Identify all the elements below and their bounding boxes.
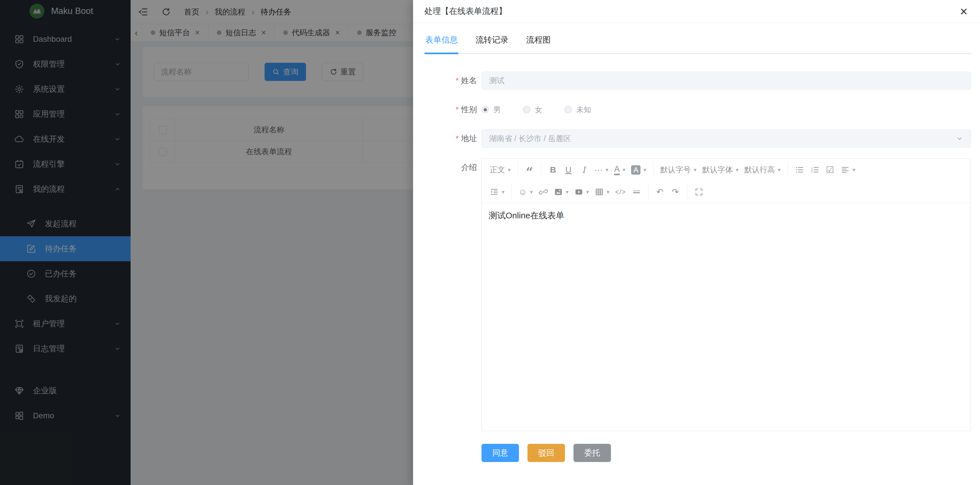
name-label: 姓名 — [425, 72, 482, 90]
indent-dropdown[interactable] — [487, 184, 508, 200]
form-row-name: 姓名 — [425, 72, 971, 90]
address-label: 地址 — [425, 129, 482, 148]
drawer-title: 处理【在线表单流程】 — [425, 6, 507, 17]
numbered-list-button[interactable]: 123 — [807, 162, 822, 178]
rich-text-editor: 正文 “ B U I ··· A A 默认字号 默认字体 — [482, 159, 971, 431]
more-styles-dropdown[interactable]: ··· — [591, 162, 611, 178]
code-block-button[interactable]: </> — [612, 184, 629, 200]
tab-flow-records[interactable]: 流转记录 — [475, 33, 509, 53]
emoji-dropdown[interactable]: ☺ — [515, 184, 536, 200]
radio-circle-icon — [523, 106, 530, 113]
redo-icon: ↷ — [672, 187, 679, 197]
link-button[interactable] — [536, 184, 551, 200]
fullscreen-button[interactable] — [691, 184, 706, 200]
radio-circle-icon — [482, 106, 489, 113]
process-drawer: 处理【在线表单流程】 × 表单信息 流转记录 流程图 姓名 性别 男 — [413, 0, 980, 485]
align-dropdown[interactable] — [838, 162, 858, 178]
name-field[interactable] — [482, 72, 971, 90]
drawer-tabs: 表单信息 流转记录 流程图 — [425, 33, 971, 54]
bold-button[interactable]: B — [546, 162, 561, 178]
editor-toolbar-row1: 正文 “ B U I ··· A A 默认字号 默认字体 — [482, 159, 970, 181]
radio-label: 女 — [535, 105, 542, 115]
radio-male[interactable]: 男 — [482, 105, 501, 115]
radio-female[interactable]: 女 — [523, 105, 542, 115]
table-icon — [595, 188, 604, 197]
toolbar-divider — [511, 184, 512, 200]
process-form: 姓名 性别 男 女 — [425, 72, 971, 431]
intro-label: 介绍 — [425, 159, 482, 431]
video-dropdown[interactable] — [571, 184, 592, 200]
video-icon — [574, 188, 584, 197]
editor-toolbar-row2: ☺ — [482, 181, 970, 203]
undo-icon: ↶ — [656, 187, 663, 197]
radio-unknown[interactable]: 未知 — [565, 105, 591, 115]
form-row-intro: 介绍 正文 “ B U I ··· A A — [425, 159, 971, 431]
numbered-list-icon: 123 — [810, 165, 819, 174]
todo-list-button[interactable]: ☑ — [822, 162, 838, 178]
font-color-icon: A — [614, 165, 620, 175]
image-icon — [554, 188, 563, 197]
toolbar-divider — [541, 162, 541, 178]
font-color-dropdown[interactable]: A — [611, 162, 628, 178]
italic-button[interactable]: I — [576, 162, 591, 178]
bg-color-icon: A — [631, 165, 641, 175]
drawer-body: 表单信息 流转记录 流程图 姓名 性别 男 — [413, 23, 980, 462]
italic-icon: I — [582, 165, 585, 175]
drawer-header: 处理【在线表单流程】 × — [413, 0, 980, 23]
divider-button[interactable] — [629, 184, 644, 200]
fullscreen-icon — [694, 188, 703, 197]
radio-label: 男 — [493, 105, 501, 115]
more-icon: ··· — [594, 165, 603, 175]
form-row-address: 地址 湖南省 / 长沙市 / 岳麓区 — [425, 129, 971, 148]
approve-button[interactable]: 同意 — [482, 444, 519, 462]
image-dropdown[interactable] — [551, 184, 571, 200]
horizontal-rule-icon — [632, 188, 641, 197]
tab-flow-diagram[interactable]: 流程图 — [525, 33, 551, 53]
bold-icon: B — [550, 165, 556, 175]
toolbar-divider — [687, 184, 687, 200]
undo-button[interactable]: ↶ — [652, 184, 668, 200]
chevron-down-icon — [956, 135, 963, 142]
link-icon — [539, 188, 548, 197]
gender-radio-group: 男 女 未知 — [482, 100, 971, 119]
align-icon — [841, 165, 850, 174]
table-dropdown[interactable] — [592, 184, 612, 200]
gender-label: 性别 — [425, 100, 482, 119]
address-value: 湖南省 / 长沙市 / 岳麓区 — [489, 134, 571, 144]
underline-button[interactable]: U — [561, 162, 576, 178]
radio-circle-icon — [565, 106, 572, 113]
todo-list-icon: ☑ — [826, 164, 834, 175]
bg-color-dropdown[interactable]: A — [628, 162, 649, 178]
code-icon: </> — [615, 188, 626, 196]
redo-button[interactable]: ↷ — [668, 184, 683, 200]
emoji-icon: ☺ — [519, 187, 527, 197]
line-height-dropdown[interactable]: 默认行高 — [741, 162, 784, 178]
toolbar-divider — [517, 162, 518, 178]
svg-text:3: 3 — [811, 171, 813, 173]
tab-form-info[interactable]: 表单信息 — [425, 33, 458, 53]
reject-button[interactable]: 驳回 — [528, 444, 565, 462]
paragraph-style-dropdown[interactable]: 正文 — [487, 162, 514, 178]
underline-icon: U — [565, 165, 571, 175]
toolbar-divider — [653, 162, 654, 178]
bullet-list-icon — [795, 165, 804, 174]
delegate-button[interactable]: 委托 — [573, 444, 611, 462]
editor-content[interactable]: 测试Online在线表单 — [482, 203, 970, 431]
address-select[interactable]: 湖南省 / 长沙市 / 岳麓区 — [482, 129, 971, 148]
form-row-gender: 性别 男 女 未知 — [425, 100, 971, 119]
radio-label: 未知 — [576, 105, 591, 115]
quote-icon: “ — [526, 165, 533, 175]
drawer-footer: 同意 驳回 委托 — [425, 444, 971, 462]
indent-icon — [490, 188, 499, 197]
toolbar-divider — [788, 162, 788, 178]
font-size-dropdown[interactable]: 默认字号 — [657, 162, 700, 178]
font-family-dropdown[interactable]: 默认字体 — [700, 162, 741, 178]
blockquote-button[interactable]: “ — [522, 162, 537, 178]
bullet-list-button[interactable] — [792, 162, 807, 178]
close-icon[interactable]: × — [960, 5, 967, 18]
